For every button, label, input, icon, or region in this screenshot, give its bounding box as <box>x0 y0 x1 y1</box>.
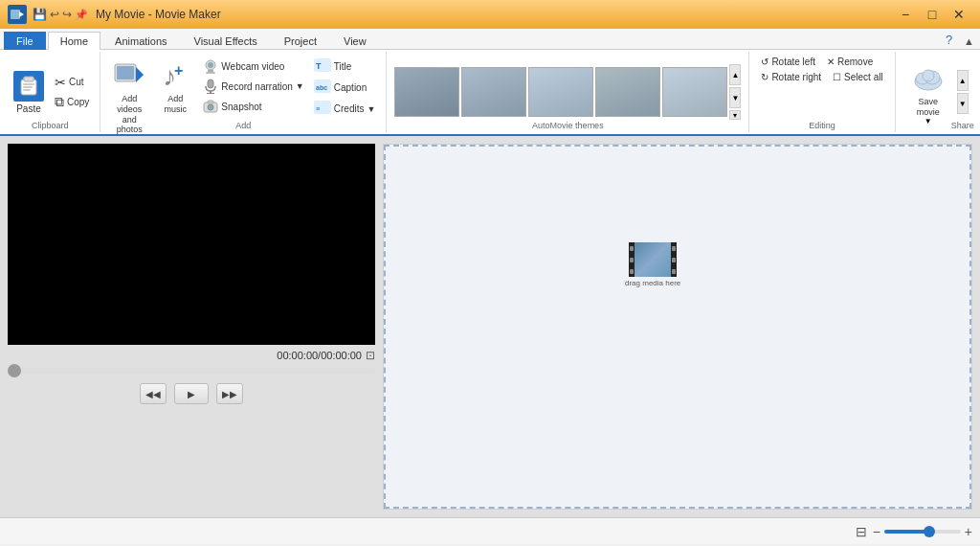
rotate-left-button[interactable]: ↺ Rotate left <box>757 56 819 68</box>
play-button[interactable]: ▶ <box>174 383 209 404</box>
clip-thumbnail <box>629 242 677 277</box>
add-videos-button[interactable]: Add videosand photos <box>108 56 150 137</box>
scrubber-row <box>8 364 375 375</box>
clipboard-group: Paste ✂ Cut ⧉ Copy Clipboard <box>0 52 100 132</box>
ribbon: Paste ✂ Cut ⧉ Copy Clipboard <box>0 50 980 136</box>
svg-rect-1 <box>11 10 20 19</box>
paste-icon <box>13 71 44 102</box>
quick-redo-icon[interactable]: ↪ <box>62 8 72 21</box>
zoom-slider[interactable] <box>884 530 961 534</box>
theme-2[interactable] <box>461 67 526 117</box>
paste-label: Paste <box>16 103 41 114</box>
zoom-in-button[interactable]: + <box>965 524 972 539</box>
clip-image <box>635 242 671 277</box>
tab-home[interactable]: Home <box>48 32 100 50</box>
share-scroll-up[interactable]: ▲ <box>957 70 969 91</box>
paste-button[interactable]: Paste <box>8 69 50 116</box>
title-button[interactable]: T Title <box>311 57 379 76</box>
storyboard-clip[interactable]: drag media here <box>625 242 680 287</box>
tab-project[interactable]: Project <box>272 32 329 50</box>
cut-icon: ✂ <box>55 75 66 90</box>
film-strip-right <box>671 242 677 277</box>
ribbon-help-icon[interactable]: ? <box>940 31 958 49</box>
copy-button[interactable]: ⧉ Copy <box>52 93 92 111</box>
clip-label: drag media here <box>625 279 680 287</box>
theme-scroll-down[interactable]: ▾ <box>729 110 741 120</box>
record-narration-button[interactable]: Record narration ▼ <box>200 78 306 95</box>
play-icon: ▶ <box>188 389 195 399</box>
preview-panel: 00:00:00/00:00:00 ⊡ ◀◀ ▶ ▶▶ <box>0 136 383 517</box>
forward-button[interactable]: ▶▶ <box>216 383 243 404</box>
snapshot-button[interactable]: Snapshot <box>200 98 306 115</box>
select-all-icon: ☐ <box>833 72 841 82</box>
forward-icon: ▶▶ <box>222 389 237 399</box>
title-bar: 💾 ↩ ↪ 📌 My Movie - Movie Maker − □ ✕ <box>0 0 980 29</box>
sign-in-button[interactable]: Sign in <box>972 66 980 119</box>
fullscreen-button[interactable]: ⊡ <box>366 349 375 362</box>
record-narration-icon <box>203 79 218 94</box>
tab-file[interactable]: File <box>4 32 46 50</box>
title-icon: T <box>314 58 331 75</box>
theme-scroll-expand[interactable]: ▼ <box>729 87 741 108</box>
rewind-icon: ◀◀ <box>145 389 161 399</box>
film-hole <box>630 246 634 251</box>
svg-rect-6 <box>23 83 34 85</box>
svg-rect-18 <box>206 72 215 74</box>
storyboard-content[interactable]: drag media here <box>384 145 971 509</box>
svg-text:T: T <box>316 61 322 71</box>
tab-animations[interactable]: Animations <box>102 32 179 50</box>
svg-point-16 <box>208 62 213 68</box>
cut-button[interactable]: ✂ Cut <box>52 74 92 91</box>
rotate-right-icon: ↻ <box>761 72 768 82</box>
automovie-themes-group: ▲ ▼ ▾ AutoMovie themes <box>387 52 749 132</box>
rewind-button[interactable]: ◀◀ <box>140 383 167 404</box>
rotate-right-button[interactable]: ↻ Rotate right <box>757 71 825 83</box>
tab-view[interactable]: View <box>331 32 379 50</box>
credits-button[interactable]: ≡ Credits ▼ <box>311 100 379 118</box>
quick-undo-icon[interactable]: ↩ <box>50 8 59 21</box>
select-all-button[interactable]: ☐ Select all <box>829 71 887 83</box>
zoom-out-button[interactable]: − <box>873 524 880 539</box>
maximize-button[interactable]: □ <box>919 5 946 24</box>
credits-label: Credits <box>334 103 365 114</box>
ribbon-collapse-icon[interactable]: ▲ <box>958 34 980 49</box>
tab-visual-effects[interactable]: Visual Effects <box>182 32 270 50</box>
add-music-label: Add music <box>158 94 192 115</box>
quick-save-icon[interactable]: 💾 <box>33 8 47 21</box>
film-hole <box>630 258 634 262</box>
caption-button[interactable]: abc Caption <box>311 79 379 97</box>
close-button[interactable]: ✕ <box>946 5 972 24</box>
add-music-icon: ♪ + <box>158 57 192 92</box>
webcam-label: Webcam video <box>221 61 284 72</box>
time-display: 00:00:00/00:00:00 <box>277 350 362 361</box>
add-group: Add videosand photos ♪ + Add music <box>100 52 387 132</box>
theme-5[interactable] <box>662 67 727 117</box>
caption-icon: abc <box>314 80 331 96</box>
rotate-left-icon: ↺ <box>761 57 768 67</box>
theme-scroll-up[interactable]: ▲ <box>729 64 741 85</box>
theme-1[interactable] <box>394 67 459 117</box>
film-hole <box>672 269 676 274</box>
svg-rect-7 <box>23 86 33 88</box>
status-bar: ⊟ − + <box>0 517 980 544</box>
theme-3[interactable] <box>528 67 593 117</box>
theme-scroll-buttons: ▲ ▼ ▾ <box>729 64 741 120</box>
theme-4[interactable] <box>595 67 660 117</box>
svg-text:≡: ≡ <box>316 105 320 112</box>
minimize-button[interactable]: − <box>892 5 919 24</box>
add-music-button[interactable]: ♪ + Add music <box>154 56 196 117</box>
video-preview <box>8 144 375 345</box>
quick-pin-icon[interactable]: 📌 <box>75 9 88 21</box>
save-movie-button[interactable]: Savemovie ▼ <box>903 57 953 128</box>
webcam-video-button[interactable]: Webcam video <box>200 57 306 75</box>
storyboard-view-icon[interactable]: ⊟ <box>856 524 867 539</box>
time-row: 00:00:00/00:00:00 ⊡ <box>8 349 375 362</box>
svg-point-34 <box>923 70 934 81</box>
svg-rect-21 <box>207 93 214 94</box>
storyboard-panel: drag media here <box>383 144 972 510</box>
share-scroll-down[interactable]: ▼ <box>957 93 969 114</box>
scrubber-input[interactable] <box>8 368 375 374</box>
ribbon-tabs: File Home Animations Visual Effects Proj… <box>0 29 980 50</box>
zoom-control: − + <box>873 524 972 539</box>
remove-button[interactable]: ✕ Remove <box>823 56 877 68</box>
